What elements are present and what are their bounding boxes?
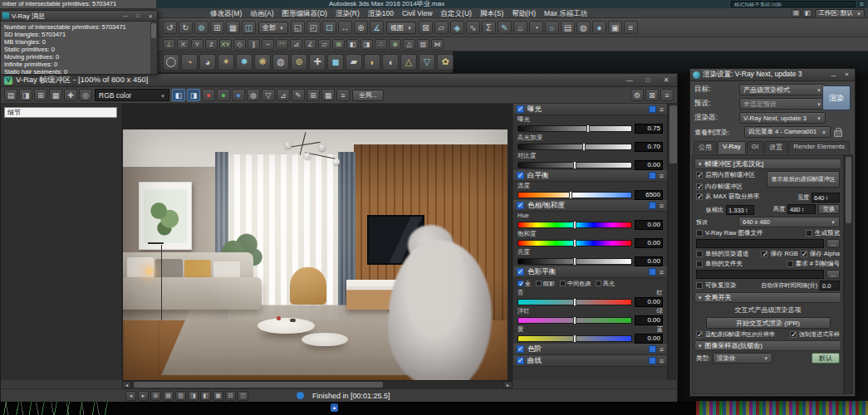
toolbar-icon[interactable]: ∴ [375, 39, 387, 50]
section-menu-icon[interactable] [660, 202, 664, 210]
toolbar-icon[interactable]: ✶ [218, 54, 234, 71]
layer-color-icon[interactable] [649, 202, 656, 209]
hue-slider[interactable] [517, 222, 632, 228]
toolbar-icon[interactable]: ✚ [64, 89, 77, 101]
slider-handle[interactable] [573, 221, 576, 229]
view-to-render-dropdown[interactable]: 四元菜单 4 - Camera001 [744, 126, 831, 138]
section-menu-icon[interactable] [660, 357, 664, 365]
tab-render-elements[interactable]: Render Elements [788, 141, 850, 154]
toolbar-icon[interactable]: ⌣ [262, 39, 274, 50]
swap-button[interactable]: 交换 [818, 204, 840, 214]
browse-button[interactable]: ... [826, 270, 840, 279]
section-header-exposure[interactable]: 曝光 [513, 104, 667, 115]
section-header-white-balance[interactable]: 白平衡 [513, 170, 667, 182]
sampler-type-dropdown[interactable]: 渲染块 [713, 353, 772, 364]
toolbar-icon[interactable]: ◎ [79, 89, 92, 101]
browse-button[interactable]: ... [826, 239, 840, 248]
rollout-image-sampler[interactable]: 图像采样器(抗锯齿) [694, 340, 841, 351]
checkbox[interactable] [696, 193, 703, 200]
checkbox[interactable] [696, 261, 703, 267]
toolbar-icon[interactable]: ⊞ [34, 89, 47, 101]
toolbar-icon[interactable]: ⊕ [389, 39, 401, 50]
toolbar-icon[interactable]: ⊛ [291, 54, 307, 71]
toolbar-icon[interactable]: ⊚ [194, 21, 208, 34]
vray-raw-checkbox[interactable]: V-Ray Raw 图像文件 [696, 229, 763, 237]
status-icon[interactable]: ◫ [238, 391, 248, 401]
tab-settings[interactable]: 设置 [764, 141, 787, 154]
toolbar-icon[interactable]: ◨ [360, 39, 373, 50]
checkbox[interactable] [806, 230, 812, 237]
global-illumination-button[interactable]: 全局... [352, 90, 384, 101]
section-menu-icon[interactable] [660, 172, 664, 180]
separate-channels-checkbox[interactable]: 单独的渲染通道 [696, 250, 749, 258]
frame-buffer-titlebar[interactable]: V-Ray 帧缓冲区 - [100% of 800 x 450] [1, 74, 677, 87]
height-field[interactable]: 480 [787, 204, 816, 214]
toolbar-icon[interactable]: ⊕ [354, 21, 368, 34]
toolbar-icon[interactable]: ⊠ [419, 21, 433, 34]
toolbar-icon[interactable]: ∿ [466, 21, 480, 34]
generate-preview-checkbox[interactable]: 生成预览 [806, 229, 840, 237]
cyan-red-slider[interactable] [517, 299, 632, 305]
status-icon[interactable]: ▥ [175, 391, 186, 401]
toolbar-icon[interactable]: ▰ [346, 54, 362, 71]
toolbar-icon[interactable]: ◱ [291, 21, 305, 34]
toolbar-icon[interactable]: ↔ [338, 21, 352, 34]
force-progressive-checkbox[interactable]: 强制渐进式采样 [790, 330, 840, 339]
resumable-checkbox[interactable]: 可恢复渲染 [696, 281, 737, 290]
menu-item[interactable]: Max 乐福工坊 [540, 8, 591, 18]
toolbar-icon[interactable]: △ [400, 54, 417, 71]
toolbar-icon[interactable]: ∥ [248, 39, 260, 50]
status-icon[interactable]: ▸ [138, 391, 149, 401]
slider-handle[interactable] [586, 124, 590, 133]
rollout-global-switches[interactable]: 全局开关 [694, 292, 841, 303]
mode-highlights[interactable]: 高光 [596, 280, 615, 288]
preset-dropdown[interactable]: 未选定预设 [739, 98, 826, 110]
toolbar-icon[interactable]: ∡ [370, 21, 384, 34]
save-rgb-checkbox[interactable]: 保存 RGB [761, 250, 797, 258]
toolbar-icon[interactable]: X [177, 39, 189, 50]
close-button[interactable] [841, 71, 852, 80]
toolbar-icon[interactable]: ◨ [187, 89, 200, 101]
slider-value[interactable]: 0.00 [635, 315, 663, 325]
toolbar-icon[interactable]: ◰ [306, 21, 321, 34]
vray-messages-titlebar[interactable]: V-Ray 消息 [1, 11, 157, 22]
raw-file-path-field[interactable] [696, 239, 824, 248]
menu-item[interactable]: 图形编辑器(D) [278, 8, 331, 18]
project-search-field[interactable]: 板/CN椅子系统功能 [731, 1, 856, 7]
toolbar-icon[interactable]: ● [232, 89, 245, 101]
get-resolution-checkbox[interactable]: 从 MAX 获取分辨率 [696, 193, 759, 201]
menu-item[interactable]: 修改器(M) [206, 8, 246, 18]
toolbar-icon[interactable]: ∠ [304, 39, 316, 50]
toolbar-icon[interactable]: ≡ [624, 21, 638, 34]
toolbar-icon[interactable]: Y [191, 39, 204, 50]
channels-path-field[interactable] [696, 270, 824, 279]
toolbar-icon[interactable]: ⚙ [630, 89, 644, 101]
section-enable-checkbox[interactable] [517, 105, 524, 113]
spinner-arrows[interactable] [802, 207, 804, 212]
toolbar-icon[interactable]: ✚ [309, 54, 326, 71]
toolbar-icon[interactable]: ▽ [419, 54, 435, 71]
toolbar-icon[interactable]: ⊥ [163, 39, 175, 50]
toolbar-icon[interactable]: ⋈ [431, 39, 444, 50]
toolbar-icon[interactable]: ◕ [199, 54, 216, 71]
saturation-slider[interactable] [517, 240, 632, 247]
selection-filter-dropdown[interactable]: 全部 [258, 22, 288, 34]
spinner-arrows[interactable] [746, 208, 748, 212]
show-last-vfb-button[interactable]: 显示最后的虚拟帧缓冲区 [767, 171, 840, 188]
toolbar-icon[interactable]: ◍ [576, 21, 591, 34]
tab-gi[interactable]: GI [747, 141, 763, 154]
section-header-color-balance[interactable]: 色彩平衡 [513, 266, 667, 278]
rendered-image[interactable] [123, 129, 508, 380]
layer-color-icon[interactable] [649, 357, 656, 364]
checkbox[interactable] [801, 251, 807, 257]
status-icon[interactable]: ◨ [188, 391, 199, 401]
start-ipr-button[interactable]: 开始交互式渲染 (IPR) [706, 317, 831, 329]
toolbar-icon[interactable]: ↺ [163, 21, 177, 34]
mode-checkbox[interactable] [517, 281, 523, 286]
checkbox[interactable] [696, 331, 703, 338]
toolbar-icon[interactable]: ⊡ [322, 21, 336, 34]
menu-item[interactable]: 渲染(R) [331, 8, 364, 18]
checkbox[interactable] [696, 251, 703, 257]
scrollbar-thumb[interactable] [669, 105, 677, 164]
section-menu-icon[interactable] [660, 268, 664, 276]
